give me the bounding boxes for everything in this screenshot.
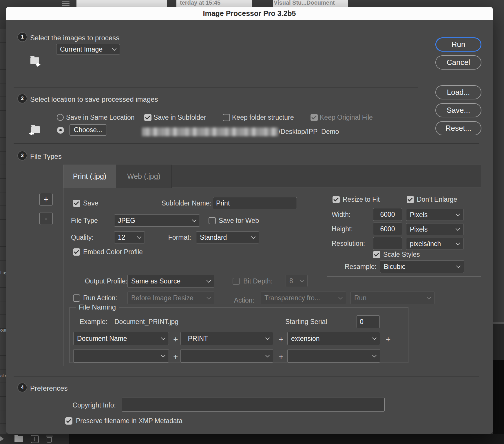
save-settings-button[interactable]: Save... [435, 103, 481, 117]
layers-panel-fragment: al c [0, 373, 6, 378]
keep-original-file-checkbox [311, 114, 318, 121]
chevron-down-icon [372, 353, 377, 358]
remove-filetype-button[interactable]: - [39, 212, 53, 225]
chevron-down-icon [456, 264, 461, 268]
run-action-checkbox[interactable] [73, 294, 80, 302]
quality-value: 12 [118, 234, 125, 241]
run-button[interactable]: Run [435, 37, 481, 52]
save-same-location-radio[interactable] [57, 114, 64, 121]
tab-web-jpg[interactable]: Web (.jpg) [116, 165, 172, 188]
resolution-label: Resolution: [332, 239, 365, 248]
redacted-path-blur [142, 128, 278, 136]
quality-dropdown[interactable]: 12 [114, 231, 145, 243]
width-unit-dropdown[interactable]: Pixels [406, 209, 463, 221]
file-naming-legend: File Naming [76, 303, 119, 311]
bit-depth-checkbox [233, 278, 240, 285]
play-icon[interactable] [0, 436, 4, 441]
keep-folder-structure-checkbox[interactable] [223, 114, 230, 121]
background-right-edge [493, 324, 504, 360]
action-name-dropdown: Run [350, 292, 434, 304]
naming-token3-dropdown[interactable]: extension [287, 332, 380, 345]
add-filetype-button[interactable]: + [39, 193, 53, 206]
file-type-label: File Type [71, 216, 98, 225]
embed-color-profile-checkbox[interactable] [73, 248, 80, 256]
folder-icon[interactable] [14, 436, 23, 442]
chevron-down-icon [300, 278, 304, 283]
chevron-down-icon [137, 234, 142, 239]
chevron-down-icon [456, 226, 460, 231]
copyright-info-label: Copyright Info: [58, 401, 116, 409]
starting-serial-label: Starting Serial [285, 318, 327, 326]
naming-token4-dropdown[interactable] [73, 349, 169, 363]
output-profile-label: Output Profile: [70, 277, 127, 285]
bit-depth-dropdown: 8 [286, 275, 308, 287]
naming-token6-dropdown[interactable] [287, 349, 380, 363]
copyright-info-input[interactable] [122, 398, 385, 412]
format-dropdown[interactable]: Standard [196, 231, 259, 243]
section3-badge: 3 [18, 151, 27, 160]
background-window-fragment [76, 0, 167, 7]
chevron-down-icon [372, 336, 377, 340]
choose-location-radio[interactable] [57, 127, 64, 134]
save-in-subfolder-label: Save in Subfolder [154, 113, 206, 121]
subfolder-name-input[interactable] [213, 197, 297, 209]
naming-token5-dropdown[interactable] [180, 349, 273, 363]
resolution-input[interactable] [373, 237, 402, 250]
naming-token2-dropdown[interactable]: _PRINT [180, 332, 273, 345]
resample-dropdown[interactable]: Bicubic [380, 260, 464, 273]
resize-to-fit-checkbox[interactable] [333, 196, 340, 203]
hamburger-icon[interactable] [62, 1, 70, 6]
height-unit-dropdown[interactable]: Pixels [406, 223, 463, 235]
output-profile-dropdown[interactable]: Same as Source [127, 275, 214, 287]
cancel-button[interactable]: Cancel [435, 55, 481, 70]
screenshot-root: terday at 15:45 Visual Stu...Document La… [0, 0, 504, 444]
trash-icon[interactable] [45, 435, 53, 443]
background-layers-panel: Lay our al c [0, 29, 6, 434]
quality-label: Quality: [71, 233, 94, 241]
dialog-titlebar[interactable]: Image Processor Pro 3.2b5 [6, 7, 493, 20]
save-settings-button-label: Save... [447, 106, 470, 115]
image-source-dropdown[interactable]: Current Image [56, 44, 120, 54]
run-action-label: Run Action: [83, 294, 117, 302]
action-set-dropdown: Transparency fro... [261, 292, 346, 304]
height-input[interactable] [373, 223, 402, 235]
reset-button[interactable]: Reset... [435, 121, 481, 135]
starting-serial-input[interactable] [357, 315, 380, 328]
tab-web-jpg-label: Web (.jpg) [127, 172, 160, 181]
section-divider [14, 376, 479, 377]
resolution-unit-dropdown[interactable]: pixels/inch [406, 238, 463, 250]
background-window-fragment: terday at 15:45 [176, 0, 252, 7]
action-label: Action: [223, 296, 254, 304]
section1-badge: 1 [18, 33, 27, 41]
plus-separator: + [279, 335, 283, 344]
section-divider [14, 87, 418, 88]
resize-to-fit-label: Resize to Fit [343, 195, 380, 203]
dont-enlarge-checkbox[interactable] [407, 196, 414, 203]
background-timestamp-text: terday at 15:45 [180, 0, 220, 6]
naming-token1-dropdown[interactable]: Document Name [73, 332, 169, 345]
file-type-value: JPEG [118, 217, 135, 225]
section3-title: File Types [30, 152, 62, 161]
preserve-filename-label: Preserve filename in XMP Metadata [76, 417, 182, 425]
save-for-web-checkbox[interactable] [209, 217, 216, 224]
chevron-down-icon [265, 353, 270, 358]
add-icon[interactable] [31, 435, 39, 443]
plus-separator: + [279, 352, 283, 361]
save-label: Save [83, 199, 98, 207]
scale-styles-checkbox[interactable] [373, 251, 380, 258]
save-same-location-label: Save in Same Location [66, 113, 135, 121]
choose-button[interactable]: Choose... [69, 124, 107, 136]
section2-badge: 2 [18, 94, 27, 103]
tab-print-jpg-label: Print (.jpg) [73, 172, 106, 181]
example-label: Example: [80, 318, 107, 326]
save-in-subfolder-checkbox[interactable] [144, 114, 151, 121]
preserve-filename-checkbox[interactable] [65, 417, 72, 425]
plus-separator: + [386, 335, 390, 344]
tab-print-jpg[interactable]: Print (.jpg) [63, 165, 116, 188]
chevron-down-icon [265, 336, 270, 340]
load-button[interactable]: Load... [435, 85, 481, 99]
width-input[interactable] [373, 208, 402, 221]
save-checkbox[interactable] [73, 200, 80, 207]
image-processor-dialog: Image Processor Pro 3.2b5 Run Cancel Loa… [6, 7, 493, 434]
file-type-dropdown[interactable]: JPEG [114, 214, 200, 227]
